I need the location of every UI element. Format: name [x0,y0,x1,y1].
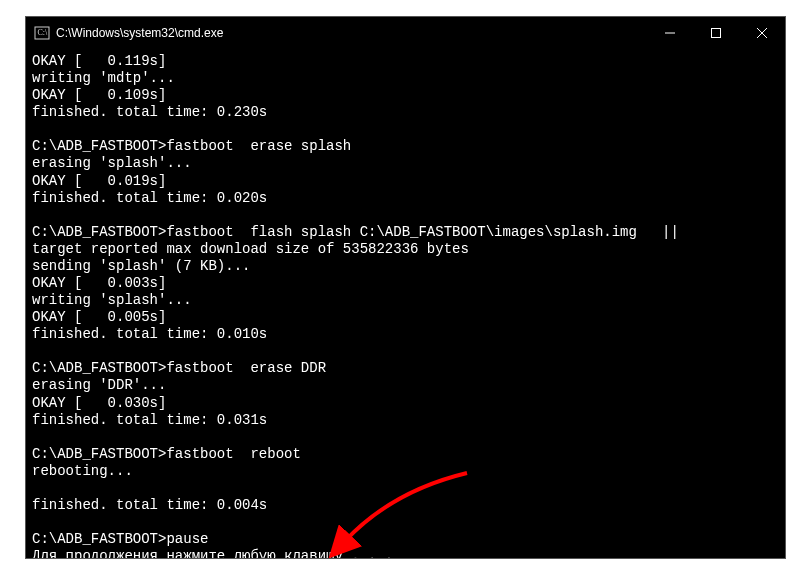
terminal-line: sending 'splash' (7 KB)... [32,258,779,275]
terminal-line: target reported max download size of 535… [32,241,779,258]
terminal-line: OKAY [ 0.019s] [32,173,779,190]
svg-text:C:\: C:\ [38,28,49,37]
terminal-line: OKAY [ 0.003s] [32,275,779,292]
terminal-line: OKAY [ 0.109s] [32,87,779,104]
terminal-line [32,480,779,497]
terminal-line: Для продолжения нажмите любую клавишу . … [32,548,779,558]
terminal-line: erasing 'splash'... [32,155,779,172]
terminal-line: finished. total time: 0.004s [32,497,779,514]
minimize-button[interactable] [647,17,693,49]
cmd-window: C:\ C:\Windows\system32\cmd.exe OKAY [ 0… [25,16,786,559]
terminal-line: OKAY [ 0.005s] [32,309,779,326]
terminal-line: C:\ADB_FASTBOOT>pause [32,531,779,548]
terminal-line [32,514,779,531]
terminal-line: C:\ADB_FASTBOOT>fastboot erase DDR [32,360,779,377]
terminal-line: C:\ADB_FASTBOOT>fastboot flash splash C:… [32,224,779,241]
terminal-line: finished. total time: 0.010s [32,326,779,343]
close-button[interactable] [739,17,785,49]
terminal-line [32,121,779,138]
cmd-icon: C:\ [34,25,50,41]
titlebar-buttons [647,17,785,49]
terminal-line: C:\ADB_FASTBOOT>fastboot reboot [32,446,779,463]
terminal-line [32,207,779,224]
svg-rect-3 [712,29,721,38]
terminal-line: finished. total time: 0.230s [32,104,779,121]
terminal-line: finished. total time: 0.031s [32,412,779,429]
terminal-line: erasing 'DDR'... [32,377,779,394]
terminal-line [32,429,779,446]
terminal-line: rebooting... [32,463,779,480]
terminal-line: finished. total time: 0.020s [32,190,779,207]
terminal-line: OKAY [ 0.119s] [32,53,779,70]
window-title: C:\Windows\system32\cmd.exe [56,26,647,40]
terminal-line: OKAY [ 0.030s] [32,395,779,412]
terminal-line: C:\ADB_FASTBOOT>fastboot erase splash [32,138,779,155]
terminal-line [32,343,779,360]
terminal-line: writing 'splash'... [32,292,779,309]
terminal-line: writing 'mdtp'... [32,70,779,87]
titlebar[interactable]: C:\ C:\Windows\system32\cmd.exe [26,17,785,49]
terminal-output[interactable]: OKAY [ 0.119s]writing 'mdtp'...OKAY [ 0.… [26,49,785,558]
maximize-button[interactable] [693,17,739,49]
